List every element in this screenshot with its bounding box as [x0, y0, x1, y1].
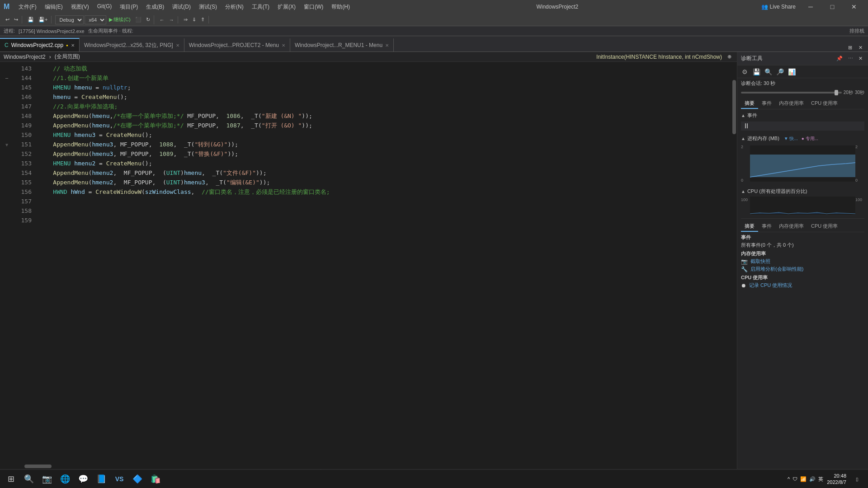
platform-dropdown[interactable]: x64 — [85, 15, 106, 24]
diag-pin-btn[interactable]: 📌 — [835, 55, 844, 62]
events-section-header[interactable]: ▲ 事件 — [741, 111, 864, 120]
diag-zoom-out-icon[interactable]: 🔎 — [775, 67, 784, 76]
summary-tab-memory[interactable]: 内存使用率 — [775, 221, 807, 232]
tab-rmenu1[interactable]: WindowsProject...R_MENU1 - Menu ✕ — [290, 38, 394, 52]
memory-expand-arrow[interactable]: ▲ — [741, 136, 745, 141]
debug-config-dropdown[interactable]: Debug — [55, 15, 84, 24]
taskbar-edge[interactable]: 🔷 — [130, 472, 145, 486]
tab-close-icon-3[interactable]: ✕ — [282, 43, 285, 48]
continue-button[interactable]: ▶ 继续(C) — [107, 15, 132, 24]
cpu-record-link[interactable]: 记录 CPU 使用情况 — [749, 282, 792, 289]
live-share-btn[interactable]: 👥 Live Share — [761, 4, 796, 10]
diag-tab-memory[interactable]: 内存使用率 — [775, 99, 807, 109]
menu-analyze[interactable]: 分析(N) — [222, 2, 247, 12]
restart-button[interactable]: ↻ — [144, 16, 152, 23]
maximize-button[interactable]: □ — [822, 0, 843, 14]
start-button[interactable]: ⊞ — [4, 472, 18, 486]
tray-antivirus[interactable]: 🛡 — [793, 476, 797, 482]
heap-link[interactable]: 启用堆分析(会影响性能) — [750, 266, 803, 272]
summary-memory-sub: 内存使用率 📷 截取快照 🔧 启用堆分析(会影响性能) — [741, 250, 864, 272]
taskbar-search[interactable]: 🔍 — [22, 472, 36, 486]
summary-tab-cpu[interactable]: CPU 使用率 — [807, 221, 841, 232]
diag-save-icon[interactable]: 💾 — [752, 67, 761, 76]
vertical-scrollbar[interactable] — [731, 62, 737, 464]
cpu-section-header[interactable]: ▲ CPU (所有处理器的百分比) — [741, 187, 864, 196]
toolbar-save[interactable]: 💾 — [26, 16, 36, 23]
toolbar-step-over[interactable]: ⇒ — [182, 16, 189, 23]
tray-ime[interactable]: 英 — [818, 476, 823, 483]
toolbar-undo[interactable]: ↩ — [4, 16, 11, 23]
diag-close-btn[interactable]: ✕ — [857, 55, 864, 62]
diag-settings-icon[interactable]: ⚙ — [740, 67, 749, 76]
fold-151[interactable]: ▼ — [5, 142, 8, 147]
h-scrollbar-thumb[interactable] — [24, 465, 52, 468]
tab-close-all-btn[interactable]: ✕ — [857, 44, 864, 52]
diag-chart-icon[interactable]: 📊 — [787, 67, 796, 76]
show-desktop-btn[interactable]: ▯ — [850, 472, 864, 486]
summary-tab-summary[interactable]: 摘要 — [741, 221, 758, 232]
taskbar-camera[interactable]: 📷 — [40, 472, 54, 486]
menu-project[interactable]: 项目(P) — [116, 2, 142, 12]
linenum-145: 145 — [14, 83, 32, 92]
diag-zoom-in-icon[interactable]: 🔍 — [764, 67, 773, 76]
tray-expand[interactable]: ^ — [788, 476, 790, 482]
diag-overflow-btn[interactable]: ⋯ — [846, 55, 855, 62]
timeline-thumb[interactable] — [835, 90, 838, 95]
taskbar-chrome[interactable]: 🌐 — [58, 472, 72, 486]
toolbar-back[interactable]: ← — [158, 16, 166, 23]
menu-edit[interactable]: 编辑(E) — [41, 2, 66, 12]
tab-project2-menu[interactable]: WindowsProject...PROJECT2 - Menu ✕ — [184, 38, 290, 52]
tab-overflow-btn[interactable]: ⊞ — [846, 44, 854, 52]
events-expand-arrow[interactable]: ▲ — [741, 113, 745, 118]
menu-view[interactable]: 视图(V) — [67, 2, 93, 12]
minimize-button[interactable]: ─ — [800, 0, 821, 14]
summary-tab-events[interactable]: 事件 — [758, 221, 775, 232]
stop-button[interactable]: ⬛ — [133, 16, 143, 23]
tab-close-icon-2[interactable]: ✕ — [176, 43, 179, 48]
tab-close-icon[interactable]: ✕ — [71, 43, 75, 48]
linenum-146: 146 — [14, 92, 32, 102]
tray-network[interactable]: 📶 — [800, 476, 807, 482]
tab-main-cpp[interactable]: C WindowsProject2.cpp ● ✕ — [0, 38, 80, 52]
code-text-area[interactable]: // 动态加载 //1.创建一个新菜单 HMENU hmenu = nullpt… — [35, 62, 731, 464]
horizontal-scrollbar[interactable] — [0, 464, 737, 469]
menu-file[interactable]: 文件(F) — [15, 2, 40, 12]
diag-tab-events[interactable]: 事件 — [758, 99, 775, 109]
toolbar-forward[interactable]: → — [167, 16, 176, 23]
code-line-159: HWND hWnd = CreateWindowW(szWindowClass,… — [35, 187, 731, 197]
toolbar-step-out[interactable]: ⇑ — [199, 16, 207, 23]
clock[interactable]: 20:48 2022/8/7 — [827, 473, 846, 486]
close-button[interactable]: ✕ — [844, 0, 864, 14]
toolbar-redo[interactable]: ↪ — [12, 16, 20, 23]
diag-tab-summary[interactable]: 摘要 — [741, 99, 758, 109]
pause-icon[interactable]: ⏸ — [743, 122, 750, 130]
menu-tools[interactable]: 工具(T) — [248, 2, 273, 12]
taskbar-store[interactable]: 🛍️ — [148, 472, 163, 486]
snapshot-link[interactable]: 截取快照 — [750, 258, 770, 265]
toolbar-step-in[interactable]: ⇓ — [190, 16, 198, 23]
fold-144[interactable]: ─ — [5, 76, 8, 81]
tab-png[interactable]: WindowsProject2...x256, 32位, PNG] ✕ — [80, 38, 184, 52]
taskbar-wechat[interactable]: 💬 — [76, 472, 90, 486]
menu-help[interactable]: 帮助(H) — [328, 2, 354, 12]
cpu-expand-arrow[interactable]: ▲ — [741, 189, 745, 194]
tab-close-icon-4[interactable]: ✕ — [385, 43, 389, 48]
menu-extensions[interactable]: 扩展(X) — [274, 2, 299, 12]
taskbar-fb[interactable]: 📘 — [94, 472, 108, 486]
taskbar-vs[interactable]: VS — [112, 472, 127, 486]
linenum-150: 150 — [14, 130, 32, 140]
menu-git[interactable]: Git(G) — [94, 2, 116, 12]
titlebar-left: M 文件(F) 编辑(E) 视图(V) Git(G) 项目(P) 生成(B) 调… — [4, 2, 354, 12]
menu-debug[interactable]: 调试(D) — [169, 2, 194, 12]
menu-window[interactable]: 窗口(W) — [300, 2, 327, 12]
expand-editor-btn[interactable]: ⊕ — [726, 53, 733, 61]
menu-test[interactable]: 测试(S) — [195, 2, 221, 12]
scrollbar-thumb[interactable] — [732, 80, 736, 134]
timeline-track[interactable] — [741, 92, 842, 94]
tray-volume[interactable]: 🔊 — [809, 476, 816, 482]
titlebar-right: 👥 Live Share ─ □ ✕ — [761, 0, 864, 14]
memory-section-header[interactable]: ▲ 进程内存 (MB) ▼ 快... ● 专用... — [741, 134, 864, 143]
toolbar-save-all[interactable]: 💾+ — [37, 16, 49, 23]
menu-build[interactable]: 生成(B) — [142, 2, 168, 12]
diag-tab-cpu[interactable]: CPU 使用率 — [807, 99, 841, 109]
